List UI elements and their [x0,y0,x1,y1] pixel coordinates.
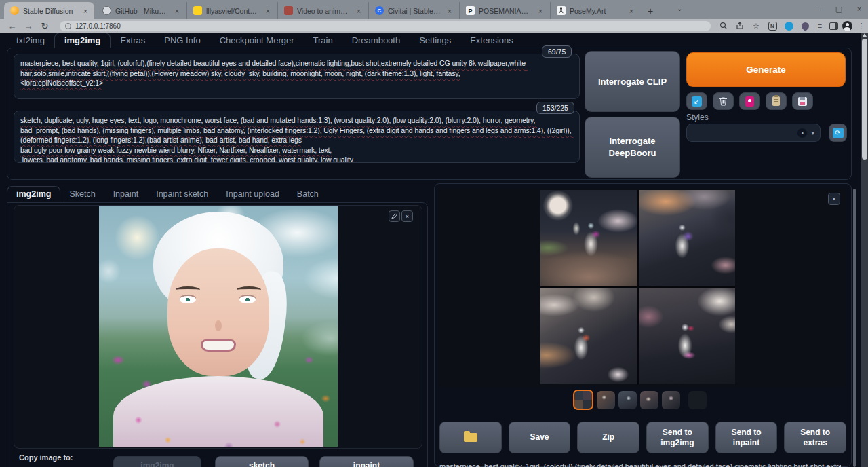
window-close-button[interactable]: × [849,0,868,18]
window-minimize-button[interactable]: – [808,0,829,18]
zoom-icon[interactable] [717,20,730,31]
refresh-icon: ⟳ [833,128,844,138]
portrait-brow-right [237,286,261,293]
chevron-down-icon[interactable]: ▾ [811,130,814,136]
gallery-thumbnail[interactable] [618,391,637,409]
subtab-inpaint-upload[interactable]: Inpaint upload [217,187,288,202]
address-bar[interactable]: i 127.0.0.1:7860 [60,21,711,31]
posemaniacs-favicon-icon: P [466,6,475,15]
gallery-close-button[interactable]: × [828,193,840,205]
gallery-thumbnail-selected[interactable] [573,390,593,410]
reading-list-icon[interactable]: ≡ [814,20,826,31]
apply-styles-button[interactable] [766,92,787,110]
tab-close-icon[interactable]: × [445,6,454,16]
save-button[interactable]: Save [509,422,571,453]
edit-image-button[interactable] [389,210,400,222]
tab-settings[interactable]: Settings [410,33,460,48]
tab-train[interactable]: Train [304,33,342,48]
tab-close-icon[interactable]: × [172,6,182,16]
clear-prompt-button[interactable] [713,92,734,110]
subtab-inpaint[interactable]: Inpaint [104,187,148,202]
extension-pin-icon[interactable] [799,20,811,31]
open-folder-button[interactable] [439,422,502,453]
browser-tab-stable-diffusion[interactable]: Stable Diffusion × [4,2,94,19]
copy-to-inpaint-button[interactable]: inpaint [319,456,414,467]
gallery-image-4[interactable] [639,288,736,384]
paste-generation-params-button[interactable]: ↙ [686,92,707,110]
tab-title: POSEMANIACS - Royalty free 3 [479,7,532,15]
gallery-thumbnail[interactable] [640,391,658,409]
tab-extensions[interactable]: Extensions [460,33,523,48]
site-info-icon[interactable]: i [65,23,71,29]
subtab-inpaint-sketch[interactable]: Inpaint sketch [147,187,217,202]
browser-tab-controlnet[interactable]: lllyasviel/ControlNet at main × [186,2,277,19]
page-scrollbar-thumb[interactable] [862,39,867,160]
reload-button[interactable]: ↻ [38,20,52,32]
floppy-save-icon [798,97,807,106]
gallery-image-grid[interactable] [540,190,735,384]
gallery-image-2[interactable] [639,190,736,286]
tab-dreambooth[interactable]: Dreambooth [342,33,410,48]
profile-avatar[interactable] [841,20,853,31]
gallery-button-row: Save Zip Send to img2img Send to inpaint… [439,422,846,453]
tab-checkpoint-merger[interactable]: Checkpoint Merger [210,33,304,48]
prompt-input[interactable]: masterpiece, best quality, 1girl, (color… [14,54,580,99]
gallery-thumbnail[interactable] [688,391,707,409]
negative-prompt-input[interactable]: sketch, duplicate, ugly, huge eyes, text… [14,111,580,163]
generate-button[interactable]: Generate [686,52,846,87]
window-maximize-button[interactable]: ▢ [829,0,849,18]
browser-tab-posemaniacs[interactable]: P POSEMANIACS - Royalty free 3 × [459,2,549,19]
tab-extras[interactable]: Extras [111,33,155,48]
zip-button[interactable]: Zip [577,422,639,453]
tab-png-info[interactable]: PNG Info [155,33,210,48]
gallery-thumbnail[interactable] [597,391,615,409]
subtab-img2img[interactable]: img2img [7,186,60,202]
tab-close-icon[interactable]: × [81,6,90,16]
extra-networks-button[interactable] [739,92,760,110]
tab-close-icon[interactable]: × [627,6,636,16]
copy-to-sketch-button[interactable]: sketch [215,456,309,467]
browser-menu-icon[interactable]: ⋮ [855,20,867,31]
gallery-image-3[interactable] [540,288,637,384]
posemyart-favicon-icon [557,6,566,15]
tab-img2img[interactable]: img2img [54,33,111,48]
save-style-button[interactable] [792,92,813,110]
panel-scrollbar[interactable] [853,189,856,467]
gif-converter-favicon-icon [284,6,293,15]
interrogate-deepbooru-button[interactable]: Interrogate DeepBooru [585,117,680,178]
tab-close-icon[interactable]: × [536,6,545,16]
refresh-styles-button[interactable]: ⟳ [829,124,847,142]
share-icon[interactable] [734,20,746,31]
forward-button[interactable]: → [22,20,35,32]
clear-styles-icon[interactable]: × [797,128,807,138]
scrollbar-up-arrow-icon[interactable] [863,33,867,37]
send-to-img2img-button[interactable]: Send to img2img [646,422,709,453]
side-panel-icon[interactable] [827,20,840,31]
back-button[interactable]: ← [5,20,19,32]
subtab-batch[interactable]: Batch [288,187,328,202]
extension-n-icon[interactable]: N [766,20,778,31]
tab-txt2img[interactable]: txt2img [7,33,54,48]
browser-tab-gif-converter[interactable]: Video to animated GIF converter × [277,2,368,19]
styles-dropdown[interactable]: × ▾ [686,124,821,142]
send-to-inpaint-button[interactable]: Send to inpaint [715,422,778,453]
extension-blue-icon[interactable] [783,20,795,31]
portrait-dress [113,376,323,447]
tab-close-icon[interactable]: × [263,6,273,16]
interrogate-clip-button[interactable]: Interrogate CLIP [585,51,680,112]
browser-tab-posemyart[interactable]: PoseMy.Art × [550,2,640,19]
send-to-extras-button[interactable]: Send to extras [784,422,846,453]
bookmark-star-icon[interactable]: ☆ [750,20,762,31]
prompt-token-counter: 69/75 [542,45,572,58]
remove-image-button[interactable]: × [401,210,413,222]
browser-tab-github[interactable]: GitHub - Mikubill/sd-webui-con × [96,2,186,19]
new-tab-button[interactable]: + [643,3,658,18]
browser-tab-civitai[interactable]: C Civitai | Stable Diffusion models × [368,2,458,19]
folder-icon [464,433,477,442]
subtab-sketch[interactable]: Sketch [60,187,104,202]
gallery-thumbnail[interactable] [662,391,680,409]
prompt-tool-row: ↙ [686,92,813,110]
tab-search-icon[interactable]: ⌄ [677,5,682,12]
gallery-image-1[interactable] [540,190,637,286]
tab-close-icon[interactable]: × [354,6,363,16]
